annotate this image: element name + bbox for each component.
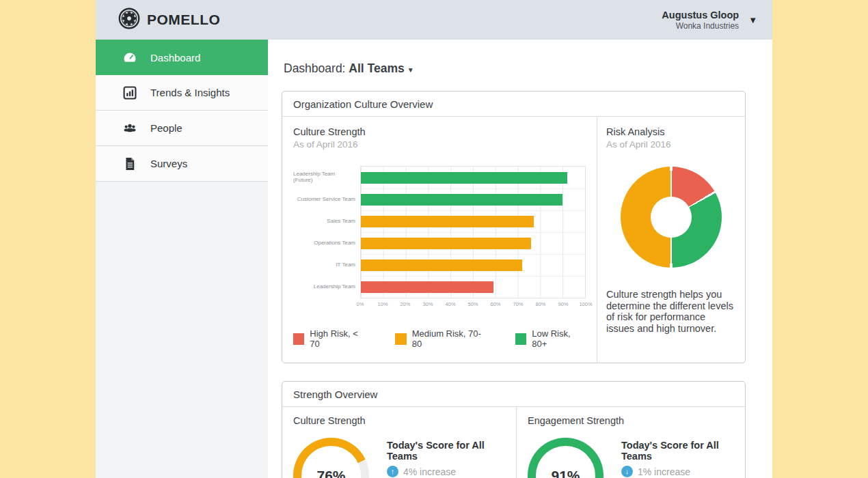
score-label: Today's Score for All Teams xyxy=(387,440,505,462)
sidebar-item-surveys[interactable]: Surveys xyxy=(96,146,268,182)
gauge-value: 76% xyxy=(301,446,361,478)
bar-category-label: IT Team xyxy=(293,253,360,275)
bar xyxy=(361,172,567,184)
legend-swatch xyxy=(293,333,304,345)
bar-category-label: Operations Team xyxy=(293,231,360,253)
legend-label: High Risk, < 70 xyxy=(310,328,368,349)
x-axis-tick: 0% xyxy=(357,301,364,307)
culture-strength-panel: Culture Strength 76% Today's Score for A… xyxy=(282,407,516,478)
card-title: Organization Culture Overview xyxy=(282,92,745,117)
app-header: POMELLO Augustus Gloop Wonka Industries … xyxy=(96,0,772,40)
culture-strength-bar-chart: Leadership Team (Future)Customer Service… xyxy=(293,166,586,298)
legend-swatch xyxy=(395,333,406,345)
x-axis-tick: 100% xyxy=(579,301,592,307)
x-axis-tick: 40% xyxy=(445,301,455,307)
strength-overview-card: Strength Overview Culture Strength 76% T… xyxy=(282,381,746,478)
bar-chart-plot xyxy=(360,166,586,298)
bar xyxy=(361,281,493,293)
user-menu[interactable]: Augustus Gloop Wonka Industries ▼ xyxy=(662,10,757,31)
brand: POMELLO xyxy=(118,7,220,33)
bar xyxy=(361,216,534,227)
page-title-prefix: Dashboard: xyxy=(284,61,345,75)
app-window: POMELLO Augustus Gloop Wonka Industries … xyxy=(96,0,772,478)
x-axis-tick: 90% xyxy=(558,301,568,307)
sidebar-background xyxy=(96,182,268,478)
risk-donut-chart xyxy=(621,167,722,268)
change-text: 1% increase xyxy=(638,466,690,477)
sidebar-item-dashboard[interactable]: Dashboard xyxy=(96,40,268,75)
x-axis-tick: 70% xyxy=(513,301,523,307)
chevron-down-icon[interactable]: ▼ xyxy=(407,66,414,74)
x-axis-tick: 10% xyxy=(377,301,388,307)
section-title: Risk Analysis xyxy=(606,126,735,137)
risk-analysis-section: Risk Analysis As of April 2016 Culture s… xyxy=(597,117,745,363)
panel-title: Engagement Strength xyxy=(528,415,734,426)
bar xyxy=(361,238,531,249)
bar-category-label: Leadership Team xyxy=(293,275,360,297)
risk-legend: High Risk, < 70Medium Risk, 70-80Low Ris… xyxy=(293,328,586,349)
sidebar-item-label: Surveys xyxy=(150,158,187,169)
team-selector[interactable]: All Teams xyxy=(349,61,404,75)
section-subtitle: As of April 2016 xyxy=(606,139,735,150)
donut-hole xyxy=(651,197,692,238)
bar-chart-x-axis: 0%10%20%30%40%50%60%70%80%90%100% xyxy=(360,301,586,309)
x-axis-tick: 80% xyxy=(535,301,545,307)
culture-strength-gauge: 76% xyxy=(293,438,369,478)
culture-strength-section: Culture Strength As of April 2016 Leader… xyxy=(282,117,597,363)
document-icon xyxy=(123,157,137,171)
engagement-strength-gauge: 91% xyxy=(528,438,603,478)
main-content: Dashboard: All Teams▼ Organization Cultu… xyxy=(268,40,772,478)
bar-row xyxy=(361,254,585,276)
x-axis-tick: 60% xyxy=(490,301,500,307)
engagement-strength-panel: Engagement Strength 91% Today's Score fo… xyxy=(517,407,745,478)
x-axis-tick: 30% xyxy=(422,301,433,307)
arrow-up-circle-icon: ↑ xyxy=(387,466,398,477)
legend-item: Low Risk, 80+ xyxy=(515,328,586,349)
bar-row xyxy=(361,276,585,298)
legend-item: Medium Risk, 70-80 xyxy=(395,328,488,349)
sidebar-item-label: Dashboard xyxy=(150,52,200,64)
gauge-icon xyxy=(123,51,137,64)
risk-description: Culture strength helps you determine the… xyxy=(606,289,735,335)
x-axis-tick: 20% xyxy=(400,301,410,307)
change-text: 4% increase xyxy=(403,466,456,477)
org-culture-overview-card: Organization Culture Overview Culture St… xyxy=(282,91,746,363)
user-text: Augustus Gloop Wonka Industries xyxy=(662,10,739,31)
sidebar-item-label: People xyxy=(150,122,182,134)
bar-row xyxy=(361,210,585,232)
section-subtitle: As of April 2016 xyxy=(293,139,586,150)
brand-name: POMELLO xyxy=(147,12,220,28)
sidebar: Dashboard Trends & Insights xyxy=(96,40,268,478)
bar xyxy=(361,259,522,271)
bar-chart-icon xyxy=(123,86,137,100)
chevron-down-icon[interactable]: ▼ xyxy=(748,15,757,25)
bar-category-label: Leadership Team (Future) xyxy=(293,166,360,188)
bar-row xyxy=(361,188,585,210)
sidebar-item-trends[interactable]: Trends & Insights xyxy=(96,75,268,111)
score-label: Today's Score for All Teams xyxy=(621,440,734,462)
user-company: Wonka Industries xyxy=(662,21,739,31)
legend-swatch xyxy=(515,333,526,345)
bar xyxy=(361,194,562,206)
bar-category-label: Sales Team xyxy=(293,210,360,231)
legend-label: Low Risk, 80+ xyxy=(532,328,586,349)
card-title: Strength Overview xyxy=(282,382,745,407)
arrow-down-circle-icon: ↓ xyxy=(621,466,633,477)
bar-category-label: Customer Service Team xyxy=(293,188,360,210)
people-icon xyxy=(123,122,137,135)
sidebar-item-people[interactable]: People xyxy=(96,111,268,146)
user-name: Augustus Gloop xyxy=(662,10,739,20)
sidebar-item-label: Trends & Insights xyxy=(150,87,230,98)
legend-item: High Risk, < 70 xyxy=(293,328,368,349)
x-axis-tick: 50% xyxy=(467,301,478,307)
pomelo-fruit-icon xyxy=(118,7,141,33)
panel-title: Culture Strength xyxy=(293,415,505,426)
gauge-value: 91% xyxy=(536,446,595,478)
bar-row xyxy=(361,232,585,254)
page-title: Dashboard: All Teams▼ xyxy=(284,61,772,76)
bar-chart-category-labels: Leadership Team (Future)Customer Service… xyxy=(293,166,360,298)
section-title: Culture Strength xyxy=(293,126,586,137)
bar-row xyxy=(361,167,585,188)
legend-label: Medium Risk, 70-80 xyxy=(412,328,488,349)
